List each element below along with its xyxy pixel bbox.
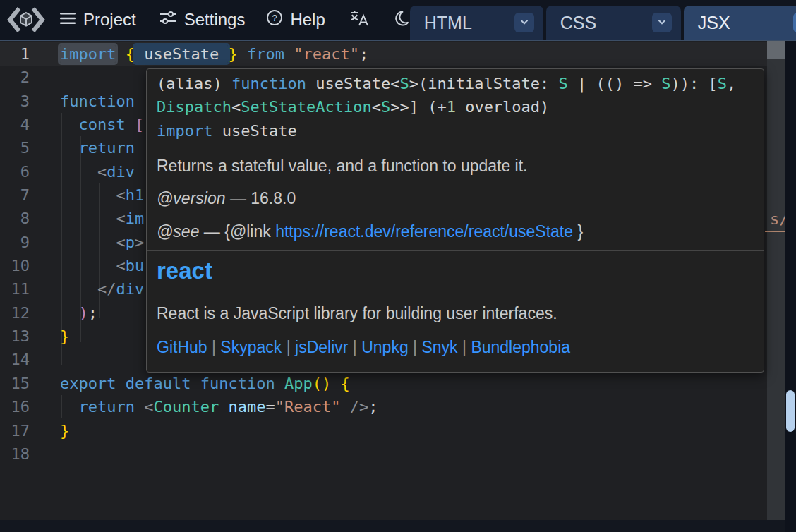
line-number: 2 xyxy=(0,66,30,89)
tab-jsx-label: JSX xyxy=(698,13,730,33)
tooltip-signature: (alias) function useState<S>(initialStat… xyxy=(157,72,754,143)
code-line[interactable]: 18 xyxy=(0,442,785,466)
tooltip-doc-see: @see — {@link https://react.dev/referenc… xyxy=(157,222,754,241)
translate-icon xyxy=(349,9,369,30)
dark-mode-toggle[interactable] xyxy=(393,10,410,30)
svg-text:?: ? xyxy=(272,13,277,23)
link-separator: | xyxy=(409,338,422,356)
editor-scrollbar-thumb[interactable] xyxy=(767,41,785,59)
link-separator: | xyxy=(458,338,471,356)
indent-guide xyxy=(61,395,62,418)
tab-html-label: HTML xyxy=(424,13,472,33)
package-link[interactable]: jsDelivr xyxy=(295,338,348,356)
link-separator: | xyxy=(282,338,295,356)
package-link[interactable]: Unpkg xyxy=(361,338,408,356)
chevron-down-icon xyxy=(518,16,531,30)
line-number: 5 xyxy=(0,136,30,159)
line-number: 10 xyxy=(0,254,30,277)
indent-guide xyxy=(80,136,81,342)
package-link[interactable]: Snyk xyxy=(421,338,457,356)
line-number: 12 xyxy=(0,301,30,325)
tooltip-divider xyxy=(147,147,764,147)
hover-tooltip: (alias) function useState<S>(initialStat… xyxy=(146,68,764,373)
tab-css-label: CSS xyxy=(560,13,596,33)
line-number: 15 xyxy=(0,372,30,395)
line-number: 9 xyxy=(0,231,30,254)
tab-jsx[interactable]: JSX xyxy=(684,6,796,40)
line-number: 7 xyxy=(0,183,30,207)
code-line[interactable]: 15export default function App() { xyxy=(0,372,785,395)
line-number: 8 xyxy=(0,207,30,230)
link-separator: | xyxy=(348,338,361,356)
package-description: React is a JavaScript library for buildi… xyxy=(157,303,754,323)
moon-icon xyxy=(393,10,410,30)
menu-help[interactable]: ? Help xyxy=(266,9,325,30)
menu-settings-label: Settings xyxy=(184,10,246,30)
menu-project[interactable]: Project xyxy=(59,10,136,30)
line-number: 13 xyxy=(0,325,30,348)
help-icon: ? xyxy=(266,9,283,30)
line-number: 18 xyxy=(0,442,30,466)
line-number: 4 xyxy=(0,113,30,136)
line-number: 17 xyxy=(0,419,30,442)
package-link[interactable]: Bundlephobia xyxy=(471,338,570,356)
tab-jsx-dropdown-button[interactable] xyxy=(793,13,796,32)
line-number: 6 xyxy=(0,160,30,183)
tab-css[interactable]: CSS xyxy=(546,6,681,40)
bottom-strip xyxy=(0,520,785,532)
tooltip-doc-returns: Returns a stateful value, and a function… xyxy=(157,156,754,176)
menu-project-label: Project xyxy=(83,10,136,30)
line-number: 14 xyxy=(0,348,30,371)
doc-link[interactable]: https://react.dev/reference/react/useSta… xyxy=(275,222,573,241)
tab-html-dropdown-button[interactable] xyxy=(514,13,534,32)
code-line[interactable]: 16 return <Counter name="React" />; xyxy=(0,395,785,418)
package-link[interactable]: GitHub xyxy=(157,338,207,356)
line-number: 1 xyxy=(0,42,30,66)
tab-css-dropdown-button[interactable] xyxy=(652,13,672,32)
chevron-down-icon xyxy=(656,16,668,30)
line-number: 16 xyxy=(0,395,30,418)
code-line[interactable]: 1import { useState } from "react"; xyxy=(0,42,785,66)
editor-tabs: HTML CSS JSX xyxy=(410,6,796,40)
package-name-link[interactable]: react xyxy=(157,257,754,285)
page-scrollbar-track[interactable] xyxy=(785,41,796,532)
sliders-icon xyxy=(159,9,177,30)
code-line[interactable]: 17} xyxy=(0,419,785,442)
menu-settings[interactable]: Settings xyxy=(159,9,246,30)
top-bar: Project Settings ? Help xyxy=(0,0,796,41)
app-logo xyxy=(6,5,47,35)
code-cube-logo-icon xyxy=(6,5,47,35)
indent-guide xyxy=(100,183,100,318)
package-links-row: GitHub | Skypack | jsDelivr | Unpkg | Sn… xyxy=(157,337,754,357)
package-link[interactable]: Skypack xyxy=(220,338,282,356)
link-separator: | xyxy=(207,338,221,356)
indent-guide xyxy=(61,113,62,365)
line-number: 11 xyxy=(0,277,30,301)
tab-html[interactable]: HTML xyxy=(410,6,543,40)
editor-scrollbar-track[interactable] xyxy=(767,41,785,520)
menu-help-label: Help xyxy=(290,10,325,30)
line-number: 3 xyxy=(0,90,30,113)
tooltip-divider xyxy=(147,250,764,251)
page-scrollbar-thumb[interactable] xyxy=(786,390,795,432)
playground-window: Project Settings ? Help xyxy=(0,0,796,532)
translate-button[interactable] xyxy=(349,9,369,30)
tooltip-doc-version: @version — 16.8.0 xyxy=(157,188,754,208)
menu-icon xyxy=(59,10,76,30)
